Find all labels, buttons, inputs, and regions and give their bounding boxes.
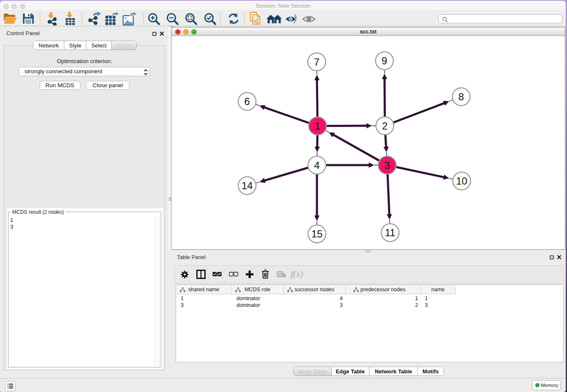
svg-text:14: 14 bbox=[242, 180, 253, 191]
svg-text:6: 6 bbox=[244, 96, 250, 107]
svg-text:7: 7 bbox=[314, 56, 319, 68]
svg-text:2: 2 bbox=[382, 120, 388, 132]
svg-text:11: 11 bbox=[385, 227, 396, 238]
svg-text:9: 9 bbox=[382, 55, 387, 66]
svg-text:1: 1 bbox=[315, 120, 320, 132]
svg-text:4: 4 bbox=[314, 160, 319, 171]
svg-text:15: 15 bbox=[311, 228, 323, 240]
svg-text:8: 8 bbox=[458, 91, 464, 102]
svg-text:10: 10 bbox=[456, 175, 468, 187]
svg-text:3: 3 bbox=[384, 160, 390, 171]
